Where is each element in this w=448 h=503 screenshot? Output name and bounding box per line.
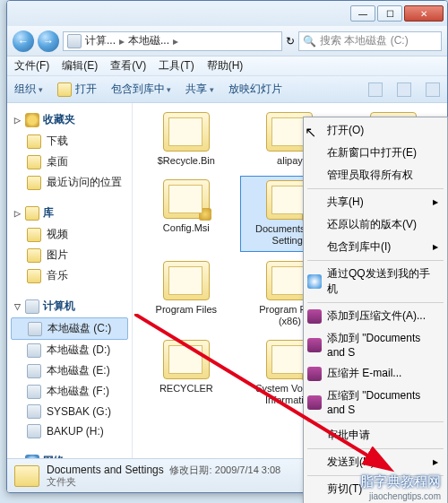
open-button[interactable]: 打开 — [57, 82, 97, 97]
status-mod-value: 2009/7/14 3:08 — [215, 464, 280, 475]
computer-icon — [25, 299, 39, 314]
music-icon — [27, 269, 41, 283]
breadcrumb-sep: ▸ — [119, 35, 125, 48]
menu-separator — [307, 448, 444, 449]
video-icon — [27, 228, 41, 242]
nav-drive-h[interactable]: BAKUP (H:) — [11, 421, 128, 441]
search-box[interactable]: 🔍 搜索 本地磁盘 (C:) — [298, 31, 442, 51]
nav-drive-g[interactable]: SYSBAK (G:) — [11, 402, 128, 421]
breadcrumb-seg[interactable]: 本地磁... — [128, 33, 169, 48]
folder-icon — [163, 112, 210, 152]
status-type: 文件夹 — [47, 476, 280, 488]
menu-item[interactable]: 添加到压缩文件(A)... — [304, 305, 447, 327]
folder-icon — [14, 465, 39, 487]
menu-item[interactable]: 在新窗口中打开(E) — [304, 142, 447, 164]
nav-pane: ▷收藏夹 下载 桌面 最近访问的位置 ▷库 视频 图片 音乐 ▽计算机 本地磁盘… — [7, 103, 133, 458]
menu-item[interactable]: 压缩到 "Documents and S — [304, 385, 447, 420]
nav-music[interactable]: 音乐 — [11, 265, 128, 286]
menu-file[interactable]: 文件(F) — [14, 58, 49, 74]
close-button[interactable]: ✕ — [404, 5, 444, 22]
folder-icon — [163, 261, 210, 300]
watermark: 脂字典教程网 — [360, 473, 441, 490]
drive-icon — [27, 343, 41, 358]
submenu-arrow-icon: ▶ — [433, 458, 438, 466]
menu-separator — [307, 421, 444, 422]
source-url: jiaochengtips.com — [369, 491, 441, 501]
menu-item[interactable]: 通过QQ发送到我的手机 — [304, 263, 447, 300]
folder-label: $Recycle.Bin — [158, 155, 215, 167]
rar-icon — [307, 367, 322, 381]
favorites-header[interactable]: ▷收藏夹 — [11, 108, 128, 131]
folder-item[interactable]: Program Files — [136, 257, 237, 331]
qq-icon — [307, 274, 322, 289]
maximize-button[interactable]: ☐ — [377, 5, 402, 22]
folder-label: Config.Msi — [163, 222, 210, 234]
forward-button[interactable]: → — [38, 30, 59, 52]
slideshow-button[interactable]: 放映幻灯片 — [228, 82, 282, 97]
drive-icon — [67, 34, 82, 48]
menu-separator — [307, 302, 444, 303]
menu-item[interactable]: 添加到 "Documents and S — [304, 327, 447, 362]
menu-help[interactable]: 帮助(H) — [207, 58, 244, 74]
menu-separator — [307, 260, 444, 261]
share-button[interactable]: 共享 — [185, 82, 214, 97]
menu-tools[interactable]: 工具(T) — [159, 58, 194, 74]
nav-drive-e[interactable]: 本地磁盘 (E:) — [11, 360, 128, 381]
folder-label: RECYCLER — [159, 383, 213, 395]
menu-item[interactable]: 共享(H)▶ — [304, 191, 447, 213]
nav-drive-c[interactable]: 本地磁盘 (C:) — [11, 317, 128, 340]
computer-header[interactable]: ▽计算机 — [11, 295, 128, 317]
folder-label: Program Files — [156, 304, 217, 316]
drive-icon — [27, 385, 41, 399]
titlebar: — ☐ ✕ — [7, 1, 447, 26]
drive-icon — [27, 364, 41, 378]
drive-icon — [27, 424, 41, 438]
menu-item[interactable]: 审批申请 — [304, 424, 447, 447]
menu-edit[interactable]: 编辑(E) — [62, 58, 98, 74]
menu-separator — [307, 188, 444, 189]
menubar: 文件(F) 编辑(E) 查看(V) 工具(T) 帮助(H) — [7, 56, 447, 76]
menu-item[interactable]: 发送到(N)▶ — [304, 451, 447, 473]
menu-item[interactable]: 还原以前的版本(V) — [304, 213, 447, 236]
folder-icon — [27, 134, 41, 149]
preview-icon[interactable] — [397, 82, 411, 97]
menu-item[interactable]: 包含到库中(I)▶ — [304, 236, 447, 258]
menu-item[interactable]: 压缩并 E-mail... — [304, 362, 447, 385]
submenu-arrow-icon: ▶ — [433, 243, 438, 251]
libraries-header[interactable]: ▷库 — [11, 202, 128, 224]
address-bar[interactable]: 计算... ▸ 本地磁... ▸ — [63, 31, 282, 51]
nav-videos[interactable]: 视频 — [11, 224, 128, 245]
organize-button[interactable]: 组织 — [14, 82, 43, 97]
breadcrumb-seg[interactable]: 计算... — [85, 33, 116, 48]
menu-item[interactable]: 打开(O) — [304, 119, 447, 142]
nav-desktop[interactable]: 桌面 — [11, 152, 128, 172]
network-header[interactable]: ▷网络 — [11, 450, 128, 458]
include-button[interactable]: 包含到库中 — [111, 82, 172, 97]
status-name: Documents and Settings — [47, 464, 164, 476]
cursor-icon: ↖ — [305, 124, 316, 141]
folder-item[interactable]: Config.Msi — [136, 176, 237, 251]
folder-icon — [57, 82, 72, 97]
drive-icon — [28, 322, 42, 336]
folder-item[interactable]: RECYCLER — [136, 336, 237, 410]
drive-icon — [27, 404, 41, 419]
view-icon[interactable] — [368, 82, 383, 97]
nav-drive-f[interactable]: 本地磁盘 (F:) — [11, 381, 128, 402]
folder-label: alipay — [277, 155, 303, 167]
context-menu: 打开(O)在新窗口中打开(E)管理员取得所有权共享(H)▶还原以前的版本(V)包… — [303, 117, 448, 503]
folder-icon — [27, 155, 41, 169]
search-placeholder: 搜索 本地磁盘 (C:) — [320, 33, 409, 48]
nav-drive-d[interactable]: 本地磁盘 (D:) — [11, 340, 128, 360]
nav-recent[interactable]: 最近访问的位置 — [11, 172, 128, 193]
nav-pictures[interactable]: 图片 — [11, 245, 128, 265]
folder-item[interactable]: $Recycle.Bin — [136, 108, 237, 170]
refresh-button[interactable]: ↻ — [286, 35, 295, 48]
menu-view[interactable]: 查看(V) — [110, 58, 146, 74]
menu-item[interactable]: 管理员取得所有权 — [304, 164, 447, 186]
back-button[interactable]: ← — [13, 30, 34, 52]
star-icon — [25, 113, 39, 127]
minimize-button[interactable]: — — [350, 5, 375, 22]
rar-icon — [307, 395, 322, 410]
help-icon[interactable] — [426, 82, 440, 97]
nav-downloads[interactable]: 下载 — [11, 131, 128, 152]
